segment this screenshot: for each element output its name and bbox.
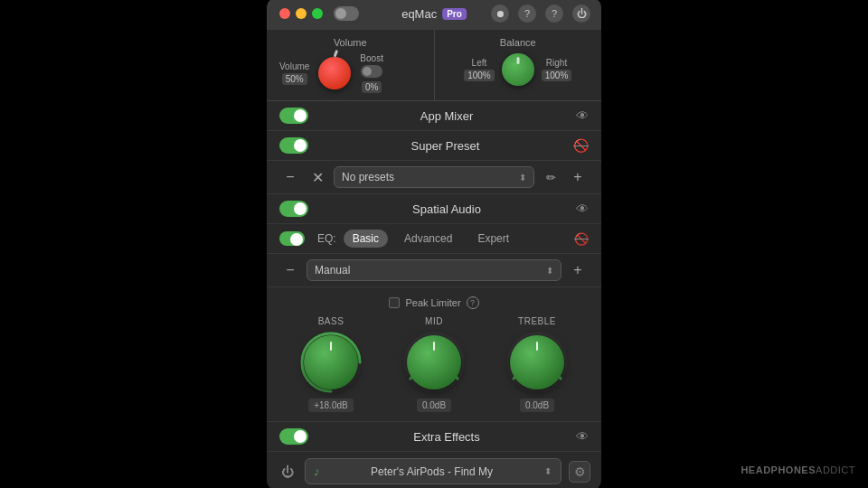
boost-label: Boost: [360, 53, 383, 63]
record-icon[interactable]: ⏺: [491, 5, 509, 23]
super-preset-visibility-icon[interactable]: 🚫: [573, 138, 589, 153]
presets-row: − ✕ No presets ⬍ ✏ +: [267, 161, 601, 194]
clear-preset-button[interactable]: ✕: [307, 166, 328, 188]
peak-limiter-checkbox[interactable]: [389, 297, 400, 308]
power-icon[interactable]: ⏻: [278, 462, 297, 482]
close-button[interactable]: [279, 8, 290, 19]
balance-title: Balance: [448, 37, 590, 48]
device-select-arrow: ⬍: [544, 466, 552, 476]
pro-badge: Pro: [442, 8, 467, 20]
volume-label-group: Volume 50%: [279, 61, 309, 85]
manual-select-arrow: ⬍: [546, 266, 553, 276]
edit-preset-button[interactable]: ✏: [540, 166, 561, 188]
mid-title: MID: [425, 316, 443, 326]
super-preset-label: Super Preset: [317, 139, 573, 153]
eq-tab-expert[interactable]: Expert: [468, 230, 518, 248]
left-label: Left: [472, 58, 487, 68]
volume-knob-container: [318, 57, 351, 89]
knobs-row: BASS +18.0dB MID: [279, 316, 589, 412]
peak-limiter-help[interactable]: ?: [467, 296, 479, 309]
eq-label: EQ:: [317, 232, 336, 245]
left-label-group: Left 100%: [464, 58, 495, 81]
bass-title: BASS: [318, 316, 344, 326]
eq-tab-basic[interactable]: Basic: [344, 230, 388, 248]
traffic-lights: [279, 6, 359, 21]
remove-preset-button[interactable]: −: [279, 166, 301, 188]
boost-value: 0%: [362, 81, 382, 93]
toggle-switch-titlebar[interactable]: [334, 6, 359, 21]
boost-toggle[interactable]: [361, 65, 382, 78]
volume-controls: Volume 50% Boost 0%: [279, 53, 421, 93]
spatial-audio-row: Spatial Audio 👁: [267, 194, 601, 224]
volume-label: Volume: [279, 61, 309, 71]
right-label-group: Right 100%: [542, 58, 572, 81]
treble-title: TREBLE: [518, 316, 556, 326]
presets-select-value: No presets: [342, 171, 394, 183]
remove-manual-button[interactable]: −: [279, 259, 301, 281]
manual-select[interactable]: Manual ⬍: [307, 259, 561, 281]
super-preset-row: Super Preset 🚫: [267, 131, 601, 161]
device-selector[interactable]: 𝆕 Peter's AirPods - Find My ⬍: [305, 458, 561, 484]
add-manual-button[interactable]: +: [567, 259, 589, 281]
eq-row: EQ: Basic Advanced Expert 🚫: [267, 224, 601, 254]
spatial-audio-visibility-icon[interactable]: 👁: [576, 202, 589, 216]
titlebar-icons: ⏺ ? ? ⏻: [491, 5, 590, 23]
maximize-button[interactable]: [312, 8, 323, 19]
titlebar: eqMac Pro ⏺ ? ? ⏻: [267, 0, 601, 30]
volume-knob[interactable]: [318, 57, 351, 89]
manual-select-value: Manual: [315, 264, 350, 277]
volume-value: 50%: [282, 73, 307, 85]
peak-limiter-label: Peak Limiter: [405, 297, 460, 308]
power-off-icon[interactable]: ⏻: [572, 5, 590, 23]
treble-knob-indicator: [536, 342, 538, 351]
super-preset-toggle[interactable]: [279, 137, 308, 154]
device-airpods-icon: 𝆕: [315, 464, 319, 479]
mid-value: 0.0dB: [417, 399, 451, 412]
bass-knob[interactable]: [304, 335, 358, 389]
device-name: Peter's AirPods - Find My: [326, 465, 537, 478]
extra-effects-toggle[interactable]: [279, 428, 308, 445]
settings-gear-icon[interactable]: ⚙: [569, 461, 590, 483]
mid-knob[interactable]: [407, 335, 461, 389]
balance-knob[interactable]: [502, 53, 534, 86]
headphones-icon[interactable]: ?: [518, 5, 536, 23]
mid-knob-group: MID 0.0dB: [401, 316, 467, 412]
spatial-audio-toggle[interactable]: [279, 201, 308, 217]
spatial-audio-label: Spatial Audio: [317, 202, 576, 216]
statusbar: ⏻ 𝆕 Peter's AirPods - Find My ⬍ ⚙: [267, 452, 601, 488]
bass-knob-container: [298, 330, 363, 395]
add-preset-button[interactable]: +: [567, 166, 589, 188]
eq-visibility-icon[interactable]: 🚫: [574, 232, 589, 246]
vol-bal-section: Volume Volume 50% Boost 0% Balance: [267, 30, 601, 101]
balance-section: Balance Left 100% Right 100%: [435, 30, 602, 100]
eq-section: Peak Limiter ? BASS +18.0dB: [267, 287, 601, 422]
app-name: eqMac: [401, 7, 437, 21]
treble-knob-group: TREBLE 0.0dB: [505, 316, 570, 412]
treble-value: 0.0dB: [520, 399, 554, 412]
help-icon[interactable]: ?: [545, 5, 563, 23]
extra-effects-visibility-icon[interactable]: 👁: [576, 429, 589, 444]
bass-value: +18.0dB: [308, 399, 354, 412]
presets-select[interactable]: No presets ⬍: [334, 166, 534, 188]
watermark: HEADPHONESADDICT: [741, 465, 855, 475]
app-mixer-label: App Mixer: [317, 109, 576, 123]
left-value: 100%: [464, 70, 495, 81]
bass-knob-group: BASS +18.0dB: [298, 316, 363, 412]
volume-title: Volume: [279, 37, 421, 48]
titlebar-title: eqMac Pro: [401, 7, 467, 21]
balance-knob-container: [502, 53, 534, 86]
extra-effects-label: Extra Effects: [317, 430, 576, 444]
volume-section: Volume Volume 50% Boost 0%: [267, 30, 435, 100]
treble-knob-container: [505, 330, 570, 395]
bass-knob-indicator: [330, 342, 332, 351]
treble-knob[interactable]: [510, 335, 564, 389]
presets-select-arrow: ⬍: [519, 173, 526, 183]
app-mixer-visibility-icon[interactable]: 👁: [576, 108, 589, 123]
app-mixer-toggle[interactable]: [279, 108, 308, 124]
manual-row: − Manual ⬍ +: [267, 254, 601, 287]
minimize-button[interactable]: [296, 8, 307, 19]
extra-effects-row: Extra Effects 👁: [267, 422, 601, 452]
eq-tab-advanced[interactable]: Advanced: [395, 230, 461, 248]
peak-limiter-row: Peak Limiter ?: [279, 296, 589, 309]
eq-toggle[interactable]: [279, 231, 305, 246]
